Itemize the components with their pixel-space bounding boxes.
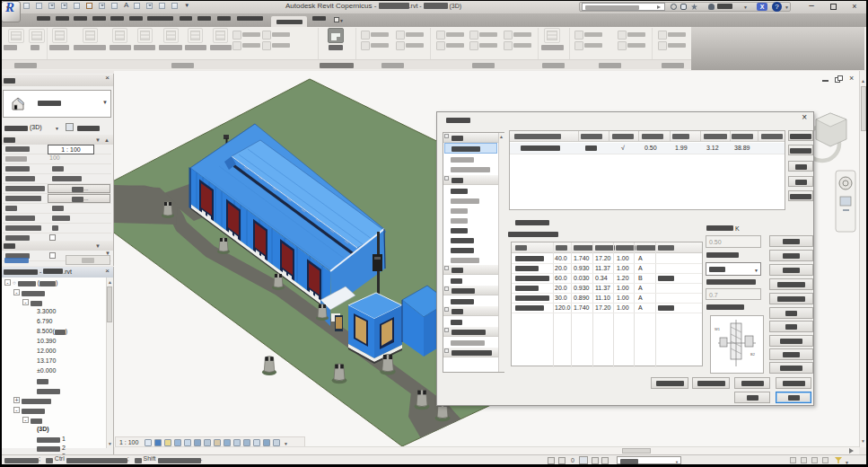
svg-text:W1: W1 bbox=[715, 327, 721, 331]
svg-text:B2: B2 bbox=[750, 352, 756, 357]
